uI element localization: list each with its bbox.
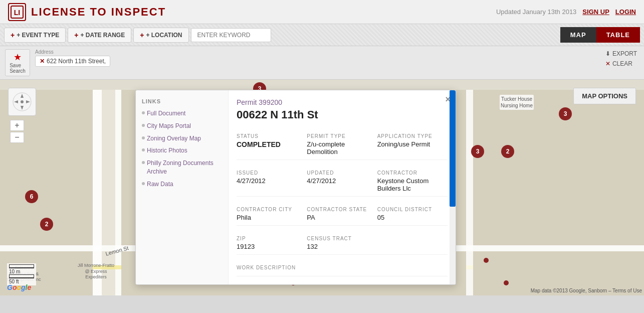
popup-link-historic-photos[interactable]: Historic Photos xyxy=(142,146,222,155)
link-label: Zoning Overlay Map xyxy=(147,134,201,143)
link-label: City Maps Portal xyxy=(147,122,191,130)
permit-type-cell: PERMIT TYPE Z/u-complete Demolition xyxy=(307,129,377,160)
map-options-button[interactable]: MAP OPTIONS xyxy=(573,88,636,104)
contractor-city-cell: CONTRACTOR CITY Phila xyxy=(237,203,307,226)
map-view-button[interactable]: MAP xyxy=(560,27,596,43)
export-icon: ⬇ xyxy=(605,50,610,57)
star-icon: ★ xyxy=(14,52,22,63)
contractor-value: Keystone Custom Builders Llc xyxy=(377,177,444,192)
popup-tail xyxy=(289,284,303,285)
popup-link-full-document[interactable]: Full Document xyxy=(142,109,222,118)
street-v3 xyxy=(466,80,473,295)
cluster-4[interactable]: 2 xyxy=(501,145,514,158)
link-label: Historic Photos xyxy=(147,146,187,155)
cluster-6[interactable]: 2 xyxy=(40,218,53,231)
permit-address: 00622 N 11th St xyxy=(237,108,448,121)
address-tag: ✕ 622 North 11th Street, xyxy=(35,56,110,67)
tucker-house-label: Tucker HouseNursing Home xyxy=(500,95,534,110)
popup-links-panel: LINKS Full Document City Maps Portal Zon… xyxy=(136,90,229,284)
cluster-3[interactable]: 3 xyxy=(471,145,484,158)
census-tract-label: CENSUS TRACT xyxy=(307,236,373,241)
issued-cell: ISSUED 4/27/2012 xyxy=(237,166,307,197)
filter-bar: + + EVENT TYPE + + DATE RANGE + + LOCATI… xyxy=(0,24,644,46)
map-navigation[interactable] xyxy=(8,88,36,116)
clear-button[interactable]: ✕ CLEAR xyxy=(603,59,639,68)
address-box: Address ✕ 622 North 11th Street, xyxy=(35,49,110,67)
svg-point-7 xyxy=(21,100,24,103)
status-value: COMPLETED xyxy=(237,140,303,148)
pin-4[interactable] xyxy=(504,280,509,285)
zip-label: ZIP xyxy=(237,236,303,241)
event-type-filter[interactable]: + + EVENT TYPE xyxy=(4,28,66,43)
export-button[interactable]: ⬇ EXPORT xyxy=(603,49,639,58)
application-type-label: APPLICATION TYPE xyxy=(377,133,444,139)
login-link[interactable]: LOGIN xyxy=(615,8,636,16)
permit-dates-grid: ISSUED 4/27/2012 UPDATED 4/27/2012 CONTR… xyxy=(237,166,448,197)
save-search-button[interactable]: ★ SaveSearch xyxy=(5,49,30,76)
popup-link-zoning-overlay[interactable]: Zoning Overlay Map xyxy=(142,134,222,143)
street-v2 xyxy=(115,80,121,295)
work-description-label: WORK DESCRIPTION xyxy=(237,265,444,270)
permit-zip-grid: ZIP 19123 CENSUS TRACT 132 xyxy=(237,232,448,255)
link-label: Raw Data xyxy=(147,180,173,189)
council-district-cell: COUNCIL DISTRICT 05 xyxy=(377,203,448,226)
contractor-state-label: CONTRACTOR STATE xyxy=(307,207,373,212)
council-district-value: 05 xyxy=(377,214,444,221)
application-type-value: Zoning/use Permit xyxy=(377,140,444,148)
header-right: Updated January 13th 2013 SIGN UP LOGIN xyxy=(496,8,636,16)
issued-value: 4/27/2012 xyxy=(237,177,303,185)
svg-text:LI: LI xyxy=(14,9,20,17)
address-bar: ★ SaveSearch Address ✕ 622 North 11th St… xyxy=(0,46,644,80)
address-value: 622 North 11th Street, xyxy=(47,58,106,65)
permit-number: Permit 399200 xyxy=(237,98,448,106)
cluster-2[interactable]: 3 xyxy=(559,107,572,120)
permit-status-grid: STATUS COMPLETED PERMIT TYPE Z/u-complet… xyxy=(237,129,448,160)
map-container[interactable]: Lemon St Saleem'sConstruction &Developme… xyxy=(0,80,644,295)
updated-text: Updated January 13th 2013 xyxy=(496,8,576,16)
issued-label: ISSUED xyxy=(237,170,303,176)
remove-address-button[interactable]: ✕ xyxy=(40,58,45,65)
scrollbar-thumb xyxy=(450,90,456,207)
date-range-filter[interactable]: + + DATE RANGE xyxy=(68,28,131,43)
cluster-5[interactable]: 6 xyxy=(25,190,38,203)
contractor-city-value: Phila xyxy=(237,214,303,221)
popup-link-raw-data[interactable]: Raw Data xyxy=(142,180,222,189)
view-toggle: MAP TABLE xyxy=(560,27,640,43)
permit-location-grid: CONTRACTOR CITY Phila CONTRACTOR STATE P… xyxy=(237,203,448,226)
work-description-cell: WORK DESCRIPTION xyxy=(237,261,448,276)
keyword-input[interactable] xyxy=(191,28,271,42)
scale-bar: 10 m 50 ft xyxy=(7,263,36,285)
updated-value: 4/27/2012 xyxy=(307,177,373,185)
link-dot xyxy=(142,182,145,185)
updated-label: UPDATED xyxy=(307,170,373,176)
location-filter[interactable]: + + LOCATION xyxy=(133,28,188,43)
map-attribution: Map data ©2013 Google, Sanborn – Terms o… xyxy=(531,288,642,293)
application-type-cell: APPLICATION TYPE Zoning/use Permit xyxy=(377,129,448,160)
link-dot xyxy=(142,136,145,139)
popup-link-city-maps[interactable]: City Maps Portal xyxy=(142,122,222,130)
table-view-button[interactable]: TABLE xyxy=(596,27,640,43)
signup-link[interactable]: SIGN UP xyxy=(582,8,609,16)
pin-3[interactable] xyxy=(484,258,489,263)
links-title: LINKS xyxy=(142,98,222,104)
council-district-label: COUNCIL DISTRICT xyxy=(377,207,444,212)
status-cell: STATUS COMPLETED xyxy=(237,129,307,160)
link-label: Philly Zoning Documents Archive xyxy=(147,159,222,176)
permit-type-label: PERMIT TYPE xyxy=(307,133,373,139)
address-section-label: Address xyxy=(35,49,110,55)
link-dot xyxy=(142,161,145,164)
header: LI LICENSE TO INSPECT Updated January 13… xyxy=(0,0,644,24)
updated-cell: UPDATED 4/27/2012 xyxy=(307,166,377,197)
empty-cell xyxy=(377,232,448,255)
business-label-2: Jill Morrone-Fratto@ ExpressExpediters xyxy=(78,263,114,280)
zoom-controls: + − xyxy=(10,120,24,143)
zoom-in-button[interactable]: + xyxy=(10,120,24,131)
census-tract-cell: CENSUS TRACT 132 xyxy=(307,232,377,255)
permit-type-value: Z/u-complete Demolition xyxy=(307,140,373,155)
contractor-state-value: PA xyxy=(307,214,373,221)
popup-link-philly-zoning[interactable]: Philly Zoning Documents Archive xyxy=(142,159,222,176)
permit-popup: LINKS Full Document City Maps Portal Zon… xyxy=(135,90,456,285)
zoom-out-button[interactable]: − xyxy=(10,132,24,143)
popup-scrollbar[interactable] xyxy=(450,90,456,284)
contractor-city-label: CONTRACTOR CITY xyxy=(237,207,303,212)
